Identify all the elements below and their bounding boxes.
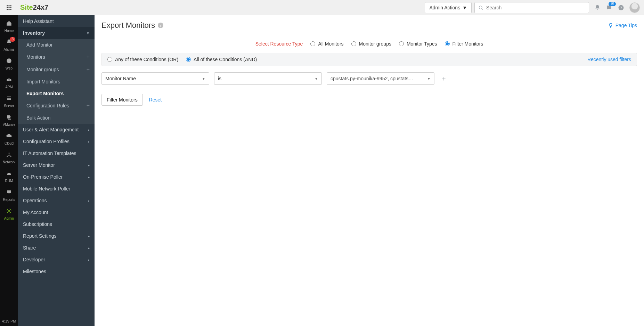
admin-actions-label: Admin Actions xyxy=(429,5,460,10)
sidenav-inventory[interactable]: Inventory▼ xyxy=(18,27,95,39)
resource-type-radio-label: Monitor groups xyxy=(359,41,391,47)
sidenav-sub-bulk-action[interactable]: Bulk Action xyxy=(18,112,95,124)
app-switcher-icon[interactable] xyxy=(0,0,18,15)
resource-type-option-monitor-types[interactable]: Monitor Types xyxy=(399,41,437,47)
rail-badge: 3 xyxy=(10,37,15,42)
resource-type-radio[interactable] xyxy=(445,41,450,46)
cond-and-radio[interactable] xyxy=(186,57,191,62)
resource-type-radio[interactable] xyxy=(310,41,315,46)
sidenav-item-subscriptions[interactable]: Subscriptions xyxy=(18,218,95,230)
plus-icon[interactable]: + xyxy=(87,103,90,109)
rail-item-alarms[interactable]: 3 Alarms xyxy=(0,36,18,55)
reset-link[interactable]: Reset xyxy=(149,97,162,103)
svg-rect-17 xyxy=(7,97,11,97)
sidenav-item-milestones[interactable]: Milestones xyxy=(18,266,95,277)
svg-rect-0 xyxy=(7,5,8,6)
sidenav-label: Share xyxy=(23,245,36,251)
sidenav-item-configuration-profiles[interactable]: Configuration Profiles▸ xyxy=(18,136,95,147)
rail-item-admin[interactable]: Admin xyxy=(0,205,18,224)
plus-icon[interactable]: + xyxy=(87,66,90,73)
recently-used-filters-link[interactable]: Recently used filters xyxy=(587,57,631,62)
sidenav-label: Report Settings xyxy=(23,233,57,239)
svg-rect-26 xyxy=(7,190,11,193)
topbar-icons: 15 ? xyxy=(594,2,640,13)
resource-type-radio-label: All Monitors xyxy=(318,41,343,47)
cond-or-label: Any of these Conditions (OR) xyxy=(115,57,178,62)
cloud-icon xyxy=(6,133,12,140)
rail-item-home[interactable]: Home xyxy=(0,17,18,36)
rail-item-reports[interactable]: Reports xyxy=(0,186,18,205)
sidenav-item-mobile-network-poller[interactable]: Mobile Network Poller xyxy=(18,183,95,195)
gear-icon xyxy=(6,208,12,215)
sidenav-sub-monitor-groups[interactable]: Monitor groups+ xyxy=(18,63,95,76)
svg-line-10 xyxy=(482,8,483,9)
chevron-right-icon: ▸ xyxy=(88,140,90,144)
help-icon[interactable]: ? xyxy=(618,4,625,11)
sidenav-item-operations[interactable]: Operations▸ xyxy=(18,195,95,206)
svg-rect-5 xyxy=(10,7,11,8)
sidenav-item-report-settings[interactable]: Report Settings▸ xyxy=(18,230,95,242)
sidenav-item-developer[interactable]: Developer▸ xyxy=(18,254,95,266)
logo[interactable]: Site24x7 xyxy=(20,3,48,11)
sidenav-sub-monitors[interactable]: Monitors+ xyxy=(18,51,95,63)
sidenav-item-server-monitor[interactable]: Server Monitor▸ xyxy=(18,159,95,171)
resource-type-radio[interactable] xyxy=(351,41,356,46)
cond-or-radio[interactable] xyxy=(107,57,112,62)
search-box[interactable] xyxy=(474,2,589,13)
plus-icon[interactable]: + xyxy=(87,54,90,60)
rail-item-network[interactable]: Network xyxy=(0,149,18,168)
network-icon xyxy=(6,152,12,159)
add-filter-icon[interactable]: ＋ xyxy=(439,74,448,83)
resource-type-option-all-monitors[interactable]: All Monitors xyxy=(310,41,343,47)
rail-item-rum[interactable]: RUM xyxy=(0,168,18,186)
page-tips-link[interactable]: Page Tips xyxy=(608,23,637,28)
filter-monitors-button[interactable]: Filter Monitors xyxy=(101,94,143,106)
sidenav-item-it-automation-templates[interactable]: IT Automation Templates xyxy=(18,147,95,159)
notification-bell-icon[interactable] xyxy=(594,4,601,11)
sidenav-item-user-alert-management[interactable]: User & Alert Management▸ xyxy=(18,124,95,136)
admin-actions-dropdown[interactable]: Admin Actions ▼ xyxy=(425,2,472,13)
sidenav-label: On-Premise Poller xyxy=(23,174,63,180)
rail-item-web[interactable]: Web xyxy=(0,55,18,74)
stack-icon xyxy=(6,95,12,103)
rail-label: APM xyxy=(5,85,13,89)
cond-or-option[interactable]: Any of these Conditions (OR) xyxy=(107,57,178,62)
resource-type-option-monitor-groups[interactable]: Monitor groups xyxy=(351,41,391,47)
sidenav-item-my-account[interactable]: My Account xyxy=(18,206,95,218)
rail-label: Network xyxy=(3,160,16,164)
sidenav-help-assistant[interactable]: Help Assistant xyxy=(18,15,95,27)
filter-field-dropdown[interactable]: Monitor Name ▼ xyxy=(101,72,209,85)
home-icon xyxy=(6,20,12,27)
condition-bar: Any of these Conditions (OR) All of thes… xyxy=(101,53,637,66)
search-input[interactable] xyxy=(486,5,585,10)
chevron-right-icon: ▸ xyxy=(88,175,90,179)
sidenav-label: My Account xyxy=(23,210,48,215)
sidenav-sub-import-monitors[interactable]: Import Monitors xyxy=(18,76,95,88)
info-icon[interactable]: i xyxy=(158,23,163,28)
sidenav-item-share[interactable]: Share▸ xyxy=(18,242,95,254)
chat-icon[interactable]: 15 xyxy=(606,4,613,11)
svg-rect-20 xyxy=(7,115,10,119)
rail-item-vmware[interactable]: VMware xyxy=(0,111,18,130)
sidenav-label: Add Monitor xyxy=(26,42,52,48)
resource-type-radio[interactable] xyxy=(399,41,404,46)
chevron-down-icon: ▼ xyxy=(427,77,431,81)
rail-item-server[interactable]: Server xyxy=(0,92,18,111)
avatar[interactable] xyxy=(629,2,640,13)
sidenav-label: Mobile Network Poller xyxy=(23,186,70,191)
action-row: Filter Monitors Reset xyxy=(101,94,637,106)
chevron-right-icon: ▸ xyxy=(88,128,90,132)
sidenav-sub-add-monitor[interactable]: Add Monitor xyxy=(18,39,95,51)
svg-point-9 xyxy=(479,6,482,9)
cond-and-option[interactable]: All of these Conditions (AND) xyxy=(186,57,257,62)
filter-value-dropdown[interactable]: cpustats.py-mounika-9952, cpustats... an… xyxy=(327,72,434,85)
sidenav-sub-configuration-rules[interactable]: Configuration Rules+ xyxy=(18,99,95,112)
sidenav-sub-export-monitors[interactable]: Export Monitors xyxy=(18,88,95,99)
filter-operator-dropdown[interactable]: is ▼ xyxy=(214,72,322,85)
resource-type-label: Select Resource Type xyxy=(255,41,303,47)
rail-label: RUM xyxy=(5,179,13,183)
rail-item-apm[interactable]: APM xyxy=(0,74,18,92)
rail-item-cloud[interactable]: Cloud xyxy=(0,130,18,149)
resource-type-option-filter-monitors[interactable]: Filter Monitors xyxy=(445,41,483,47)
sidenav-item-on-premise-poller[interactable]: On-Premise Poller▸ xyxy=(18,171,95,183)
